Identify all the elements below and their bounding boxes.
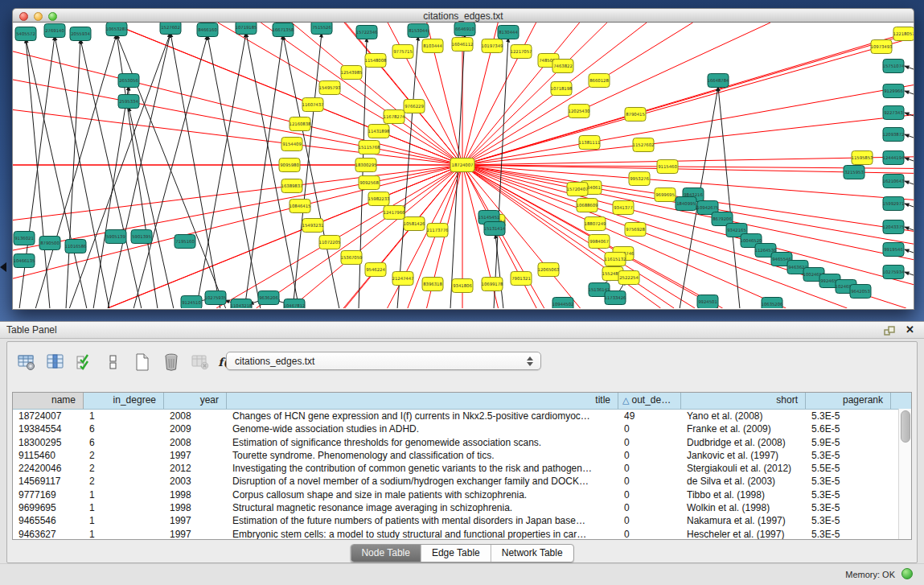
table-row[interactable]: 977716911998Corpus callosum shape and si…: [13, 488, 911, 501]
svg-text:15493231: 15493231: [302, 223, 324, 228]
float-panel-icon[interactable]: [884, 325, 895, 336]
table-selector-dropdown[interactable]: citations_edges.txt: [226, 352, 541, 370]
svg-text:11548008: 11548008: [365, 58, 388, 63]
cell-pagerank: 5.3E-5: [806, 514, 891, 527]
table-panel-title: Table Panel: [6, 324, 57, 336]
cell-pagerank: 5.6E-5: [806, 422, 891, 435]
cell-out_degree: 0: [618, 488, 681, 501]
cell-short: Wolkin et al. (1998): [681, 501, 806, 514]
svg-text:11072205: 11072205: [319, 240, 341, 245]
column-header-short[interactable]: short: [681, 393, 806, 409]
table-row[interactable]: 1456911722003Disruption of a novel membe…: [13, 475, 911, 488]
memory-ok-indicator[interactable]: [901, 568, 913, 579]
column-header-out_degree[interactable]: △out_de…: [618, 393, 681, 409]
svg-text:9984067: 9984067: [589, 239, 609, 244]
svg-text:9775715: 9775715: [393, 49, 413, 54]
cell-year: 1997: [164, 449, 227, 462]
network-window[interactable]: citations_edges.txt 18724007160461121019…: [12, 8, 914, 310]
network-canvas[interactable]: 1872400716046112101973491221705774850838…: [12, 23, 914, 310]
svg-text:2595334: 2595334: [119, 99, 138, 104]
svg-text:9342165: 9342165: [727, 228, 746, 233]
cell-out_degree: 0: [618, 436, 681, 449]
column-header-title[interactable]: title: [227, 393, 618, 409]
network-window-titlebar[interactable]: citations_edges.txt: [12, 8, 914, 23]
table-row[interactable]: 969969511998Structural magnetic resonanc…: [13, 501, 911, 514]
table-settings-icon[interactable]: [15, 351, 38, 373]
create-table-icon[interactable]: [131, 351, 154, 373]
memory-status-label: Memory: OK: [845, 570, 895, 579]
table-row[interactable]: 946554611997Estimation of the future num…: [13, 514, 911, 527]
svg-text:10581426: 10581426: [404, 221, 426, 226]
svg-text:9341377: 9341377: [614, 205, 633, 210]
column-header-in_degree[interactable]: in_degree: [84, 393, 164, 409]
cell-title: Changes of HCN gene expression and I(f) …: [227, 410, 618, 422]
svg-text:8790500: 8790500: [40, 241, 60, 245]
cell-in_degree: 6: [84, 436, 164, 449]
svg-text:15720407: 15720407: [567, 187, 589, 192]
table-vertical-scrollbar[interactable]: [898, 409, 911, 539]
delete-table-icon[interactable]: [189, 351, 211, 373]
table-toolbar: f(x): [15, 350, 240, 374]
svg-text:9341806: 9341806: [453, 283, 472, 288]
table-row[interactable]: 946362711997Embryonic stem cells: a mode…: [13, 528, 911, 540]
svg-text:9546224: 9546224: [366, 267, 385, 272]
table-row[interactable]: 911546021997Tourette syndrome. Phenomeno…: [13, 449, 911, 462]
svg-text:12065063: 12065063: [538, 267, 560, 272]
panel-collapse-arrow-icon[interactable]: [0, 262, 6, 272]
cell-in_degree: 1: [84, 501, 164, 514]
tab-edge-table[interactable]: Edge Table: [421, 545, 491, 562]
svg-text:1840995: 1840995: [676, 201, 696, 206]
svg-text:3215953: 3215953: [844, 170, 864, 175]
table-row[interactable]: 1938455462009Genome-wide association stu…: [13, 422, 911, 435]
scrollbar-thumb[interactable]: [901, 410, 910, 443]
column-header-name[interactable]: name: [13, 393, 84, 409]
svg-text:12417966: 12417966: [384, 210, 406, 215]
svg-text:10942675: 10942675: [697, 205, 719, 210]
cell-in_degree: 2: [84, 449, 164, 462]
column-header-pagerank[interactable]: pagerank: [806, 393, 891, 409]
node-table: namein_degreeyeartitle△out_de…shortpager…: [12, 392, 912, 540]
svg-text:9136021: 9136021: [14, 236, 34, 241]
select-rows-icon[interactable]: [73, 351, 96, 373]
table-panel-header: Table Panel ✕: [0, 321, 924, 339]
svg-text:15495793: 15495793: [319, 85, 341, 90]
cell-out_degree: 0: [618, 449, 681, 462]
citation-network-graph[interactable]: 1872400716046112101973491221705774850838…: [13, 23, 914, 308]
svg-text:10973493: 10973493: [871, 44, 893, 49]
cell-in_degree: 2: [84, 462, 164, 475]
svg-text:5405572: 5405572: [16, 31, 35, 36]
cell-short: Yano et al. (2008): [681, 410, 806, 422]
cell-pagerank: 5.9E-5: [806, 436, 891, 449]
close-panel-icon[interactable]: ✕: [906, 323, 914, 336]
tab-node-table[interactable]: Node Table: [351, 545, 421, 562]
show-column-icon[interactable]: [44, 351, 67, 373]
svg-text:11733426: 11733426: [605, 295, 627, 300]
cell-pagerank: 5.3E-5: [806, 449, 891, 462]
delete-entries-icon[interactable]: [160, 351, 183, 373]
svg-text:12543985: 12543985: [341, 70, 363, 75]
cell-year: 2003: [164, 475, 227, 488]
cell-out_degree: 0: [618, 528, 681, 540]
svg-text:6646910: 6646910: [455, 27, 474, 31]
cell-name: 19384554: [13, 422, 84, 435]
cell-pagerank: 5.3E-5: [806, 488, 891, 501]
svg-text:5905139: 5905139: [106, 234, 125, 239]
cell-name: 14569117: [13, 475, 84, 488]
row-height-icon[interactable]: [102, 351, 125, 373]
tab-network-table[interactable]: Network Table: [491, 545, 573, 562]
cell-title: Structural magnetic resonance image aver…: [227, 501, 618, 514]
svg-text:11043218: 11043218: [231, 303, 253, 308]
svg-text:11615132: 11615132: [605, 257, 626, 262]
svg-text:9115460: 9115460: [658, 164, 677, 169]
svg-text:10635206: 10635206: [762, 302, 784, 307]
cell-title: Corpus callosum shape and size in male p…: [227, 488, 618, 501]
svg-text:21173776: 21173776: [427, 228, 450, 233]
table-row[interactable]: 1830029562008Estimation of significance …: [13, 436, 911, 449]
table-row[interactable]: 2242004622012Investigating the contribut…: [13, 462, 911, 475]
column-header-year[interactable]: year: [164, 393, 227, 409]
svg-text:12218057: 12218057: [893, 31, 914, 36]
cell-title: Estimation of significance thresholds fo…: [227, 436, 618, 449]
table-row[interactable]: 1872400712008Changes of HCN gene express…: [13, 410, 911, 422]
svg-text:8396318: 8396318: [423, 282, 442, 286]
table-body: 1872400712008Changes of HCN gene express…: [13, 410, 911, 540]
